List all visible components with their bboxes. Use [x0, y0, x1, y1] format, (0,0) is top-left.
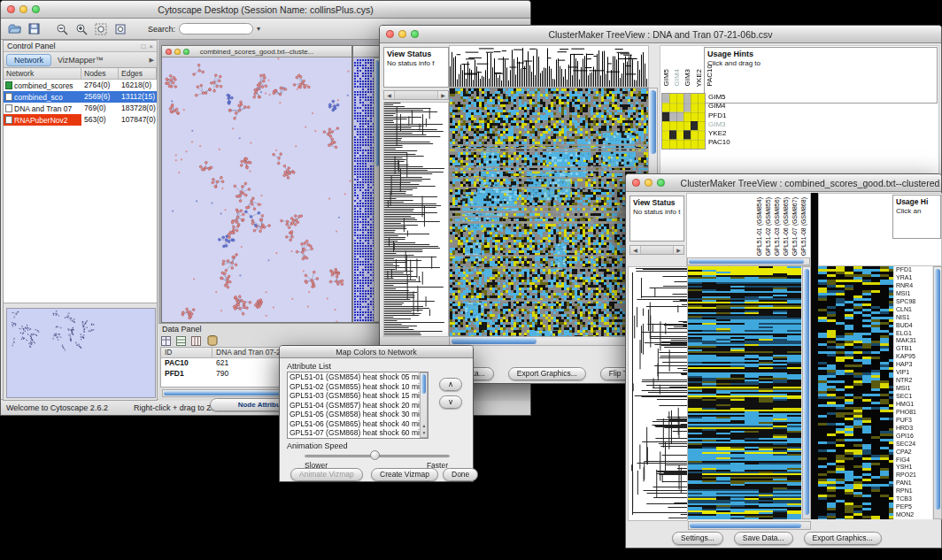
scroll-thumb[interactable]: [421, 374, 426, 394]
column-dendrogram[interactable]: [449, 45, 649, 88]
network-canvas[interactable]: [162, 58, 351, 322]
close-button[interactable]: [386, 30, 394, 38]
attribute-item[interactable]: GPL51-05 (GSM858) heat shock 30 min: [288, 410, 420, 419]
attribute-item[interactable]: GPL51-04 (GSM857) heat shock 20 min: [288, 401, 420, 410]
minimize-button[interactable]: [19, 5, 27, 13]
status-hscroll[interactable]: ◀ ▶: [629, 245, 684, 255]
move-down-button[interactable]: ∨: [439, 395, 462, 409]
animate-vizmap-button[interactable]: Animate Vizmap: [290, 468, 363, 481]
gene-labels[interactable]: PFD1YRA1RNR4MSI1SPC98CLN1NIS1BUD4ELG1MAK…: [894, 266, 932, 519]
col-network[interactable]: Network: [4, 68, 81, 80]
attribute-list-vscroll[interactable]: ▲ ▼: [420, 372, 428, 438]
heatmap-hscroll[interactable]: [688, 521, 811, 530]
background-network-canvas[interactable]: [353, 58, 374, 322]
col-id[interactable]: ID: [161, 348, 212, 358]
scroll-right-icon[interactable]: ▶: [674, 247, 683, 253]
attribute-item[interactable]: GPL51-03 (GSM856) heat shock 15 min: [288, 391, 420, 401]
network-row[interactable]: DNA and Tran 07 769(0) 183728(0): [4, 103, 157, 114]
done-button[interactable]: Done: [443, 468, 478, 481]
background-window-titlebar[interactable]: [353, 46, 381, 58]
treeview-button[interactable]: Settings...: [672, 532, 723, 545]
create-vizmap-button[interactable]: Create Vizmap: [371, 468, 438, 481]
treeview-combined-titlebar[interactable]: ClusterMaker TreeView : combined_scores_…: [626, 174, 941, 192]
close-button[interactable]: [7, 5, 15, 13]
node-table-icon[interactable]: [160, 335, 172, 347]
secondary-heatmap[interactable]: [818, 266, 893, 519]
scroll-track[interactable]: [394, 91, 438, 99]
zoom-selected-icon[interactable]: [112, 21, 128, 37]
scroll-thumb[interactable]: [689, 259, 804, 264]
zoom-fit-icon[interactable]: [93, 21, 109, 37]
scroll-thumb[interactable]: [650, 90, 656, 154]
col-nodes[interactable]: Nodes: [81, 68, 119, 80]
birdseye-view[interactable]: [6, 308, 156, 398]
heatmap[interactable]: [449, 88, 649, 337]
network-row[interactable]: combined_sco 2569(6) 13112(15): [4, 91, 157, 103]
row-labels[interactable]: GIM5GIM4PFD1GIM3YKE2PAC10: [708, 93, 730, 148]
dialog-titlebar[interactable]: Map Colors to Network: [280, 346, 473, 358]
open-session-icon[interactable]: [6, 21, 22, 37]
scroll-left-icon[interactable]: ◀: [630, 247, 640, 253]
float-panel-icon[interactable]: □: [141, 42, 145, 50]
scroll-right-icon[interactable]: ▶: [438, 92, 448, 98]
attribute-item[interactable]: GPL51-01 (GSM854) heat shock 05 min: [288, 372, 420, 382]
move-up-button[interactable]: ∧: [439, 378, 462, 391]
zoom-out-icon[interactable]: [54, 21, 70, 37]
scroll-down-icon[interactable]: ▼: [421, 429, 428, 437]
column-labels[interactable]: GIM5GIM4GIM3YKE2PAC10: [662, 46, 714, 87]
treeview-button[interactable]: Save Data...: [734, 532, 793, 545]
tab-overflow-icon[interactable]: ▶: [150, 57, 154, 64]
close-panel-icon[interactable]: ×: [149, 42, 153, 50]
tab-network[interactable]: Network: [6, 54, 51, 66]
zoom-button[interactable]: [32, 5, 40, 13]
summary-heatmap[interactable]: [661, 93, 706, 150]
save-session-icon[interactable]: [26, 21, 42, 37]
search-dropdown-icon[interactable]: ▾: [257, 25, 260, 33]
scroll-track[interactable]: [640, 246, 674, 254]
scroll-thumb[interactable]: [935, 269, 940, 510]
tab-vizmapper[interactable]: VizMapper™: [51, 56, 110, 65]
control-panel-header: Control Panel □ ×: [4, 41, 157, 52]
column-labels[interactable]: GPL51-01 (GSM854)GPL51-02 (GSM855)GPL51-…: [756, 196, 807, 256]
attribute-db-icon[interactable]: [205, 335, 219, 347]
inner-minimize-button[interactable]: [174, 49, 181, 55]
network-row[interactable]: combined_scores 2764(0) 16218(0): [4, 80, 157, 91]
search-input[interactable]: [179, 23, 253, 35]
treeview-button[interactable]: Export Graphics...: [804, 532, 882, 545]
attribute-list[interactable]: GPL51-01 (GSM854) heat shock 05 minGPL51…: [287, 372, 429, 439]
heatmap-hscroll[interactable]: [449, 336, 647, 346]
gene-list-vscroll[interactable]: [933, 266, 942, 519]
inner-close-button[interactable]: [166, 49, 172, 55]
zoom-button[interactable]: [411, 30, 419, 38]
column-strip-hscroll[interactable]: [687, 257, 810, 265]
cytoscape-titlebar[interactable]: Cytoscape Desktop (Session Name: collins…: [1, 1, 530, 19]
status-welcome: Welcome to Cytoscape 2.6.2: [6, 403, 108, 412]
scroll-thumb[interactable]: [452, 338, 537, 344]
row-dendrogram[interactable]: [628, 266, 688, 521]
heatmap-vscroll[interactable]: [802, 266, 811, 519]
network-row[interactable]: RNAPuberNov2 563(0) 107847(0): [4, 114, 157, 126]
treeview-dna-titlebar[interactable]: ClusterMaker TreeView : DNA and Tran 07-…: [380, 26, 941, 43]
minimize-button[interactable]: [645, 179, 652, 187]
select-attributes-icon[interactable]: [190, 335, 202, 347]
col-edges[interactable]: Edges: [119, 68, 157, 80]
heatmap[interactable]: [688, 266, 801, 519]
close-button[interactable]: [632, 179, 640, 187]
slider-thumb[interactable]: [370, 450, 380, 460]
inner-zoom-button[interactable]: [183, 49, 189, 55]
status-hscroll[interactable]: ◀ ▶: [383, 90, 449, 100]
edge-table-icon[interactable]: [175, 335, 187, 347]
scroll-left-icon[interactable]: ◀: [384, 92, 394, 98]
zoom-button[interactable]: [657, 179, 665, 187]
network-view-titlebar[interactable]: combined_scores_good.txt--cluste...: [162, 46, 351, 58]
row-dendrogram[interactable]: [383, 102, 449, 337]
treeview-button[interactable]: Export Graphics...: [508, 367, 586, 380]
background-network-window[interactable]: [352, 45, 382, 323]
minimize-button[interactable]: [398, 30, 406, 38]
attribute-item[interactable]: GPL51-02 (GSM855) heat shock 10 min: [288, 382, 420, 392]
scroll-thumb[interactable]: [690, 523, 801, 528]
zoom-in-icon[interactable]: [73, 21, 89, 37]
attribute-item[interactable]: GPL51-06 (GSM865) heat shock 40 min: [288, 419, 420, 429]
scroll-thumb[interactable]: [804, 269, 809, 515]
attribute-item[interactable]: GPL51-07 (GSM868) heat shock 60 min: [288, 428, 420, 438]
